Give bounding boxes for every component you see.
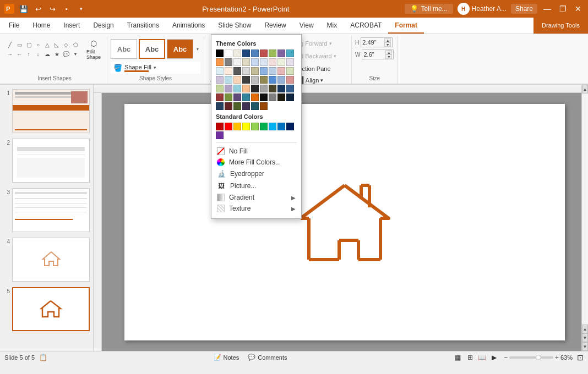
width-down-btn[interactable]: ▼ — [385, 54, 392, 59]
undo-qat-btn[interactable]: ↩ — [32, 3, 44, 15]
shape-style-3[interactable]: Abc — [167, 39, 193, 59]
cloud-shape[interactable]: ☁ — [43, 50, 52, 59]
height-up-btn[interactable]: ▲ — [384, 38, 391, 42]
slide-thumb-2[interactable]: 2 — [2, 138, 91, 184]
zoom-thumb[interactable] — [536, 355, 541, 360]
notes-accessibility-btn[interactable]: 📋 — [39, 354, 47, 361]
theme-color-cell[interactable] — [242, 76, 250, 84]
notes-btn[interactable]: 📝 Notes — [210, 353, 243, 362]
theme-color-cell[interactable] — [225, 85, 232, 92]
tab-insert[interactable]: Insert — [57, 18, 86, 34]
tab-transitions[interactable]: Transitions — [121, 18, 166, 34]
share-button[interactable]: Share — [511, 4, 537, 14]
pentagon-shape[interactable]: ⬠ — [71, 41, 80, 50]
theme-color-cell[interactable] — [233, 58, 241, 66]
theme-color-cell[interactable] — [269, 76, 276, 84]
uarrow-shape[interactable]: ↑ — [24, 50, 33, 59]
theme-color-cell[interactable] — [225, 67, 232, 75]
theme-color-cell[interactable] — [242, 94, 250, 101]
theme-color-cell[interactable] — [216, 50, 224, 57]
oval-shape[interactable]: ○ — [34, 41, 42, 50]
customize-qat-btn[interactable]: ▾ — [75, 3, 87, 15]
theme-color-cell[interactable] — [216, 76, 224, 84]
tab-format[interactable]: Format — [388, 18, 424, 34]
theme-color-cell[interactable] — [277, 58, 285, 66]
slide-preview-5[interactable] — [12, 287, 90, 331]
theme-color-cell[interactable] — [286, 85, 294, 92]
theme-color-cell[interactable] — [242, 102, 250, 110]
line-shape[interactable]: ╱ — [6, 41, 14, 50]
shape-style-1[interactable]: Abc — [111, 39, 137, 59]
no-fill-item[interactable]: No Fill — [216, 146, 297, 157]
theme-color-cell[interactable] — [216, 58, 224, 66]
more-styles-btn[interactable]: ▾ — [195, 39, 200, 59]
slide-preview-3[interactable] — [12, 188, 90, 232]
shape-style-2[interactable]: Abc — [139, 39, 165, 59]
eyedropper-item[interactable]: 🔬 Eyedropper — [216, 168, 297, 180]
slide-sorter-btn[interactable]: ⊞ — [465, 353, 475, 362]
edit-shape-btn[interactable]: ⬡ EditShape — [84, 37, 104, 62]
diamond-shape[interactable]: ◇ — [62, 41, 70, 50]
redo-qat-btn[interactable]: ↪ — [46, 3, 58, 15]
minimize-btn[interactable]: — — [542, 3, 553, 14]
theme-color-cell[interactable] — [277, 67, 285, 75]
theme-color-cell[interactable] — [286, 67, 294, 75]
standard-color-cell[interactable] — [260, 123, 268, 130]
slide-preview-4[interactable] — [12, 238, 90, 282]
zoom-in-btn[interactable]: + — [555, 354, 559, 361]
theme-color-cell[interactable] — [216, 94, 224, 101]
tab-animations[interactable]: Animations — [166, 18, 211, 34]
more-shapes[interactable]: ▼ — [71, 50, 80, 59]
zoom-slider[interactable] — [509, 356, 553, 359]
normal-view-btn[interactable]: ▦ — [453, 353, 463, 362]
comments-btn[interactable]: 💬 Comments — [244, 353, 290, 362]
rect-shape[interactable]: ▭ — [15, 41, 24, 50]
height-input[interactable]: 2.49" ▲ ▼ — [361, 37, 393, 47]
slide-thumb-3[interactable]: 3 — [2, 187, 91, 233]
width-input[interactable]: 2.6" ▲ ▼ — [362, 50, 394, 59]
shape-fill-button[interactable]: 🪣 Shape Fill ▾ — [111, 62, 200, 74]
arrow-shape[interactable]: → — [6, 50, 14, 59]
theme-color-cell[interactable] — [260, 94, 268, 101]
standard-color-cell[interactable] — [251, 123, 259, 130]
theme-color-cell[interactable] — [225, 58, 232, 66]
width-up-btn[interactable]: ▲ — [385, 50, 392, 54]
theme-color-cell[interactable] — [233, 94, 241, 101]
reading-view-btn[interactable]: 📖 — [477, 353, 487, 362]
standard-color-cell[interactable] — [216, 131, 224, 139]
tell-me-btn[interactable]: 💡 Tell me... — [405, 4, 453, 14]
theme-color-cell[interactable] — [251, 94, 259, 101]
rtriangle-shape[interactable]: ◺ — [52, 41, 61, 50]
slide-thumb-1[interactable]: 1 — [2, 88, 91, 134]
standard-color-cell[interactable] — [242, 123, 250, 130]
theme-color-cell[interactable] — [260, 102, 268, 110]
height-down-btn[interactable]: ▼ — [384, 42, 391, 47]
theme-color-cell[interactable] — [269, 67, 276, 75]
restore-btn[interactable]: ❐ — [557, 3, 568, 14]
scroll-page-up-btn[interactable]: ▲ — [582, 324, 588, 333]
theme-color-cell[interactable] — [286, 50, 294, 57]
theme-color-cell[interactable] — [286, 94, 294, 101]
theme-color-cell[interactable] — [216, 102, 224, 110]
theme-color-cell[interactable] — [233, 76, 241, 84]
tab-acrobat[interactable]: ACROBAT — [344, 18, 388, 34]
tab-file[interactable]: File — [2, 18, 26, 34]
theme-color-cell[interactable] — [233, 67, 241, 75]
theme-color-cell[interactable] — [277, 94, 285, 101]
theme-color-cell[interactable] — [260, 85, 268, 92]
print-qat-btn[interactable]: ▪ — [61, 3, 73, 15]
scroll-page-down-btn[interactable]: ▼ — [582, 333, 588, 342]
theme-color-cell[interactable] — [251, 50, 259, 57]
house-shape[interactable] — [298, 180, 391, 265]
larrow-shape[interactable]: ← — [15, 50, 24, 59]
standard-color-cell[interactable] — [286, 123, 294, 130]
triangle-shape[interactable]: △ — [43, 41, 52, 50]
theme-color-cell[interactable] — [269, 58, 276, 66]
zoom-out-btn[interactable]: − — [504, 354, 508, 361]
theme-color-cell[interactable] — [233, 102, 241, 110]
slide-preview-2[interactable] — [12, 139, 90, 183]
theme-color-cell[interactable] — [277, 85, 285, 92]
theme-color-cell[interactable] — [260, 58, 268, 66]
tab-home[interactable]: Home — [26, 18, 57, 34]
theme-color-cell[interactable] — [251, 102, 259, 110]
